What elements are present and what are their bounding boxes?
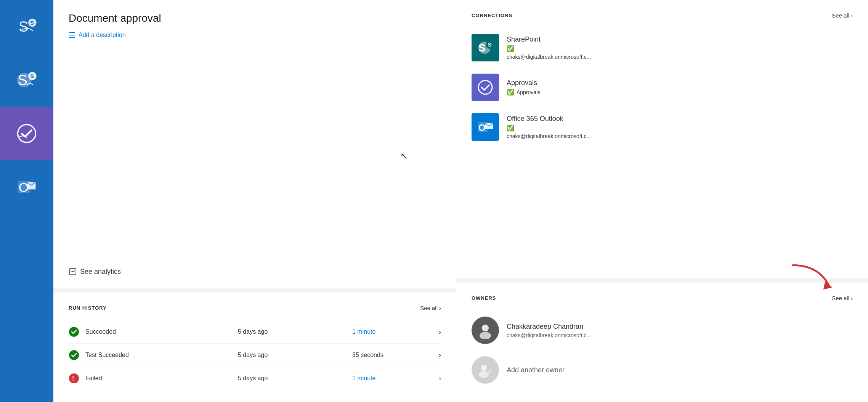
connections-panel: CONNECTIONS See all › S S SharePoint (456, 0, 868, 278)
owner-avatar-chakkaradeep (472, 317, 499, 344)
see-analytics-button[interactable]: See analytics (69, 260, 441, 276)
approvals-status-label: Approvals (517, 89, 540, 95)
run-label-test-succeeded: Test Succeeded (85, 352, 238, 359)
svg-point-30 (480, 332, 491, 339)
run-history-chevron: › (439, 305, 441, 311)
run-duration-failed: 1 minute (352, 375, 439, 382)
sidebar-item-sharepoint-2[interactable]: S S (0, 53, 53, 107)
sharepoint-connection-name: SharePoint (507, 35, 591, 43)
run-history-header: RUN HISTORY See all › (69, 305, 441, 311)
svg-text:S: S (19, 18, 29, 35)
svg-text:S: S (30, 73, 34, 79)
run-chevron-succeeded: › (439, 328, 441, 336)
approvals-connection-name: Approvals (507, 79, 540, 87)
svg-point-16 (69, 350, 79, 360)
run-history-see-all-label: See all (420, 305, 438, 311)
run-history-panel: RUN HISTORY See all › Succeeded 5 days a… (53, 293, 456, 402)
outlook-connection-info: Office 365 Outlook ✅ chaks@digitalbreak.… (507, 115, 591, 139)
owner-chakkaradeep: Chakkaradeep Chandran chaks@digitalbreak… (472, 310, 853, 350)
owners-see-all[interactable]: See all › (832, 295, 853, 301)
approvals-connection-status: ✅ Approvals (507, 88, 540, 96)
connection-sharepoint: S S SharePoint ✅ chaks@digitalbreak.onmi… (472, 28, 853, 68)
run-time-ago-succeeded: 5 days ago (238, 328, 352, 335)
test-succeeded-icon (69, 350, 79, 360)
analytics-icon (69, 267, 77, 276)
svg-text:S: S (488, 42, 491, 48)
connections-see-all-label: See all (832, 12, 849, 19)
flow-title: Document approval (69, 12, 441, 24)
add-another-owner-button[interactable]: + Add another owner (472, 350, 853, 390)
sharepoint-connection-info: SharePoint ✅ chaks@digitalbreak.onmicros… (507, 35, 591, 60)
run-duration-test-succeeded: 35 seconds (352, 352, 439, 359)
run-chevron-failed: › (439, 375, 441, 383)
outlook-logo: O (472, 113, 499, 141)
svg-text:S: S (478, 42, 486, 54)
run-time-ago-failed: 5 days ago (238, 375, 352, 382)
svg-text:O: O (478, 122, 486, 133)
failed-icon: ! (69, 373, 79, 384)
right-panel: CONNECTIONS See all › S S SharePoint (456, 0, 868, 402)
see-analytics-label: See analytics (80, 268, 121, 276)
connection-outlook: O Office 365 Outlook ✅ chaks@digitalbrea… (472, 107, 853, 147)
add-owner-label: Add another owner (507, 366, 565, 374)
outlook-check-icon: ✅ (507, 124, 514, 132)
run-label-failed: Failed (85, 375, 238, 382)
sidebar: S S S S (0, 0, 53, 402)
add-description-button[interactable]: ☰ Add a description (69, 31, 441, 40)
add-owner-info: Add another owner (507, 366, 565, 374)
svg-text:+: + (488, 366, 493, 376)
sidebar-item-sharepoint-1[interactable]: S S (0, 0, 53, 53)
sharepoint-logo: S S (472, 34, 499, 61)
succeeded-icon (69, 326, 79, 337)
outlook-connection-email: chaks@digitalbreak.onmicrosoft.c... (507, 133, 591, 139)
run-chevron-test-succeeded: › (439, 351, 441, 359)
description-label: Add a description (79, 32, 126, 39)
outlook-connection-name: Office 365 Outlook (507, 115, 591, 123)
connections-chevron: › (851, 12, 853, 19)
run-duration-succeeded: 1 minute (352, 328, 439, 335)
connections-title: CONNECTIONS (472, 13, 512, 18)
run-time-ago-test-succeeded: 5 days ago (238, 352, 352, 359)
outlook-connection-status: ✅ (507, 124, 591, 132)
main-content: Document approval ☰ Add a description Se… (53, 0, 456, 402)
svg-point-29 (482, 325, 489, 331)
sharepoint-connection-email: chaks@digitalbreak.onmicrosoft.c... (507, 54, 591, 60)
run-label-succeeded: Succeeded (85, 328, 238, 335)
run-row-failed[interactable]: ! Failed 5 days ago 1 minute › (69, 367, 441, 390)
red-arrow-annotation (784, 262, 838, 290)
svg-point-31 (481, 365, 487, 371)
svg-text:S: S (30, 20, 34, 26)
description-icon: ☰ (69, 31, 75, 40)
run-row-succeeded[interactable]: Succeeded 5 days ago 1 minute › (69, 320, 441, 344)
approvals-connection-info: Approvals ✅ Approvals (507, 79, 540, 96)
add-owner-avatar: + (472, 356, 499, 384)
svg-point-10 (18, 125, 36, 143)
svg-text:!: ! (72, 375, 74, 382)
svg-point-15 (69, 327, 79, 337)
approvals-logo (472, 74, 499, 101)
connection-approvals: Approvals ✅ Approvals (472, 68, 853, 107)
sharepoint-check-icon: ✅ (507, 45, 514, 52)
flow-detail-panel: Document approval ☰ Add a description Se… (53, 0, 456, 288)
run-history-see-all[interactable]: See all › (420, 305, 441, 311)
svg-text:S: S (18, 72, 28, 88)
owners-chevron: › (851, 295, 853, 301)
owner-name-chakkaradeep: Chakkaradeep Chandran (507, 323, 591, 331)
run-row-test-succeeded[interactable]: Test Succeeded 5 days ago 35 seconds › (69, 344, 441, 367)
svg-point-24 (478, 80, 492, 94)
owner-info-chakkaradeep: Chakkaradeep Chandran chaks@digitalbreak… (507, 323, 591, 338)
approvals-check-icon: ✅ (507, 88, 514, 96)
sidebar-item-outlook[interactable]: O (0, 160, 53, 214)
owners-header: OWNERS See all › (472, 295, 853, 301)
connections-see-all[interactable]: See all › (832, 12, 853, 19)
owners-panel: OWNERS See all › Chakkaradeep Chandran c… (456, 283, 868, 402)
sidebar-item-approvals[interactable] (0, 107, 53, 160)
owners-see-all-label: See all (832, 295, 849, 301)
connections-header: CONNECTIONS See all › (472, 12, 853, 19)
sharepoint-connection-status: ✅ (507, 45, 591, 52)
owners-title: OWNERS (472, 295, 496, 301)
owner-email-chakkaradeep: chaks@digitalbreak.onmicrosoft.c... (507, 332, 591, 338)
run-history-title: RUN HISTORY (69, 305, 107, 311)
